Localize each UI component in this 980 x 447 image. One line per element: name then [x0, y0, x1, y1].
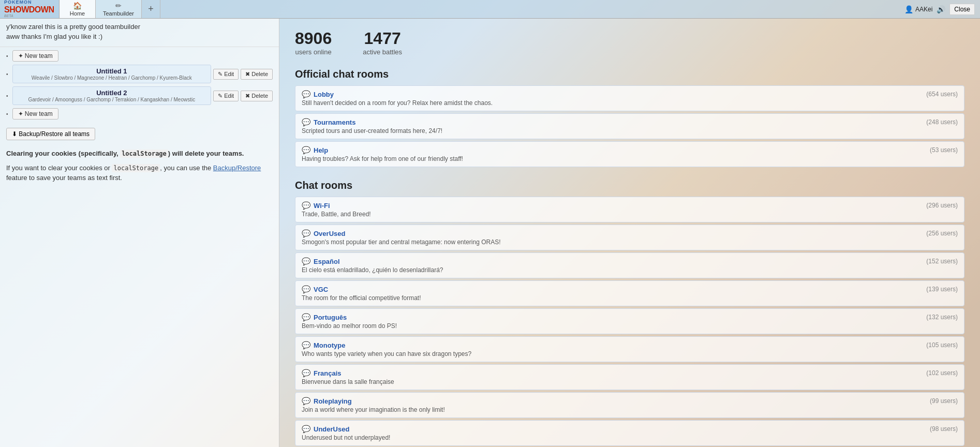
new-tab-button[interactable]: + — [142, 0, 160, 18]
chat-room-item[interactable]: 💬 OverUsed (256 users) Smogon's most pop… — [295, 225, 964, 250]
new-team-button-top[interactable]: ✦ New team — [12, 50, 58, 62]
room-header: 💬 Wi-Fi (296 users) — [302, 201, 958, 210]
official-room-item[interactable]: 💬 Tournaments (248 users) Scripted tours… — [295, 113, 964, 139]
room-name: Lobby — [314, 91, 334, 98]
user-icon: 👤 — [904, 5, 913, 13]
team-item-2: • Untitled 2 Gardevoir / Amoonguss / Gar… — [6, 86, 273, 105]
team-name-2: Untitled 2 — [17, 89, 207, 97]
room-name-wrap: 💬 Français — [302, 369, 341, 377]
localstorage-code-2: localStorage — [112, 164, 160, 172]
team-entry-1[interactable]: Untitled 1 Weavile / Slowbro / Magnezone… — [12, 65, 212, 83]
room-header: 💬 Español (152 users) — [302, 257, 958, 265]
room-header: 💬 Tournaments (248 users) — [302, 118, 958, 126]
topbar: Pokémon SHOWDOWN BETA 🏠 Home ✏ Teambuild… — [0, 0, 980, 19]
room-name: Português — [314, 314, 347, 321]
delete-team-1-button[interactable]: ✖ Delete — [241, 69, 273, 80]
tab-home-label: Home — [70, 10, 85, 17]
chat-room-item[interactable]: 💬 Português (132 users) Bem-vindo ao mel… — [295, 308, 964, 334]
chat-room-item[interactable]: 💬 Roleplaying (99 users) Join a world wh… — [295, 392, 964, 418]
room-name-wrap: 💬 Tournaments — [302, 118, 355, 126]
room-users: (296 users) — [926, 202, 958, 209]
warning-text: Clearing your cookies (specifically, loc… — [6, 148, 273, 159]
beta-label: BETA — [4, 14, 54, 18]
room-desc: Having troubles? Ask for help from one o… — [302, 155, 958, 162]
chat-room-item[interactable]: 💬 Español (152 users) El cielo está enla… — [295, 252, 964, 278]
chat-rooms-title: Chat rooms — [295, 180, 964, 191]
battles-stat: 1477 active battles — [363, 29, 402, 56]
delete-team-2-button[interactable]: ✖ Delete — [241, 91, 273, 101]
room-header: 💬 Monotype (105 users) — [302, 341, 958, 349]
chat-bubble-icon: 💬 — [302, 369, 310, 377]
room-name-wrap: 💬 Lobby — [302, 90, 334, 98]
official-room-item[interactable]: 💬 Help (53 users) Having troubles? Ask f… — [295, 141, 964, 167]
edit-team-2-button[interactable]: ✎ Edit — [213, 91, 239, 101]
bullet-4: • — [6, 111, 8, 117]
backup-restore-button[interactable]: ⬇ Backup/Restore all teams — [6, 128, 95, 140]
backup-section: ⬇ Backup/Restore all teams — [6, 124, 273, 144]
left-panel: y'know zarel this is a pretty good teamb… — [0, 19, 279, 447]
room-users: (139 users) — [926, 286, 958, 293]
chat-room-list: 💬 Wi-Fi (296 users) Trade, Battle, and B… — [295, 197, 964, 447]
tab-home[interactable]: 🏠 Home — [60, 0, 96, 18]
room-name-wrap: 💬 OverUsed — [302, 229, 345, 237]
room-header: 💬 OverUsed (256 users) — [302, 229, 958, 237]
chat-room-item[interactable]: 💬 UnderUsed (98 users) Underused but not… — [295, 420, 964, 446]
users-label: users online — [295, 48, 332, 56]
room-desc: Bienvenue dans la salle française — [302, 378, 958, 385]
bullet-1: • — [6, 53, 8, 59]
team-entry-2[interactable]: Untitled 2 Gardevoir / Amoonguss / Garch… — [12, 86, 212, 105]
room-name: Roleplaying — [314, 397, 352, 405]
team-list: • ✦ New team • Untitled 1 Weavile / Slow… — [0, 47, 279, 447]
warning-bold: Clearing your cookies (specifically, loc… — [6, 150, 244, 157]
chat-room-item[interactable]: 💬 Français (102 users) Bienvenue dans la… — [295, 364, 964, 390]
room-desc: Scripted tours and user-created formats … — [302, 127, 958, 135]
room-name: Español — [314, 258, 340, 265]
room-header: 💬 Lobby (654 users) — [302, 90, 958, 98]
username: AAKei — [915, 6, 932, 13]
room-desc: Smogon's most popular tier and central m… — [302, 239, 958, 246]
pokemon-label: Pokémon — [4, 0, 54, 5]
tab-teambuilder[interactable]: ✏ Teambuilder — [96, 0, 142, 18]
room-users: (654 users) — [926, 91, 958, 98]
chat-room-item[interactable]: 💬 VGC (139 users) The room for the offic… — [295, 280, 964, 306]
chat-bubble-icon: 💬 — [302, 257, 310, 265]
sound-icon[interactable]: 🔊 — [937, 5, 945, 13]
backup-restore-link[interactable]: Backup/Restore — [213, 164, 261, 172]
localstorage-code-1: localStorage — [120, 150, 168, 158]
official-room-item[interactable]: 💬 Lobby (654 users) Still haven't decide… — [295, 85, 964, 111]
topbar-right: 👤 AAKei 🔊 Close — [899, 0, 980, 18]
new-team-button-bottom[interactable]: ✦ New team — [12, 108, 58, 120]
showdown-label: SHOWDOWN — [4, 5, 54, 14]
bullet-2: • — [6, 71, 8, 77]
main-layout: y'know zarel this is a pretty good teamb… — [0, 19, 980, 447]
edit-team-1-button[interactable]: ✎ Edit — [213, 69, 239, 80]
chat-bubble-icon: 💬 — [302, 90, 310, 98]
chat-bubble-icon: 💬 — [302, 313, 310, 321]
nav-tabs: 🏠 Home ✏ Teambuilder — [60, 0, 142, 18]
chat-bubble-icon: 💬 — [302, 118, 310, 126]
room-name: UnderUsed — [314, 425, 349, 433]
room-name: Monotype — [314, 341, 345, 349]
chat-room-item[interactable]: 💬 Wi-Fi (296 users) Trade, Battle, and B… — [295, 197, 964, 222]
room-desc: Join a world where your imagination is t… — [302, 406, 958, 413]
logo-text: Pokémon SHOWDOWN BETA — [4, 0, 54, 18]
room-name-wrap: 💬 VGC — [302, 285, 328, 293]
room-desc: Trade, Battle, and Breed! — [302, 211, 958, 218]
user-info: 👤 AAKei — [904, 5, 932, 13]
room-name: Français — [314, 369, 341, 377]
chat-messages: y'know zarel this is a pretty good teamb… — [0, 19, 279, 47]
room-header: 💬 UnderUsed (98 users) — [302, 425, 958, 433]
room-users: (99 users) — [930, 397, 958, 405]
room-name-wrap: 💬 Monotype — [302, 341, 345, 349]
team-members-1: Weavile / Slowbro / Magnezone / Heatran … — [17, 75, 207, 81]
room-name-wrap: 💬 Roleplaying — [302, 397, 352, 405]
room-users: (53 users) — [930, 146, 958, 154]
bullet-3: • — [6, 93, 8, 99]
users-stat: 8906 users online — [295, 29, 332, 56]
users-count: 8906 — [295, 29, 332, 48]
chat-room-item[interactable]: 💬 Monotype (105 users) Who wants type va… — [295, 336, 964, 362]
close-button[interactable]: Close — [949, 4, 975, 15]
room-users: (98 users) — [930, 425, 958, 433]
battles-label: active battles — [363, 48, 402, 56]
right-panel: 8906 users online 1477 active battles Of… — [279, 19, 980, 447]
